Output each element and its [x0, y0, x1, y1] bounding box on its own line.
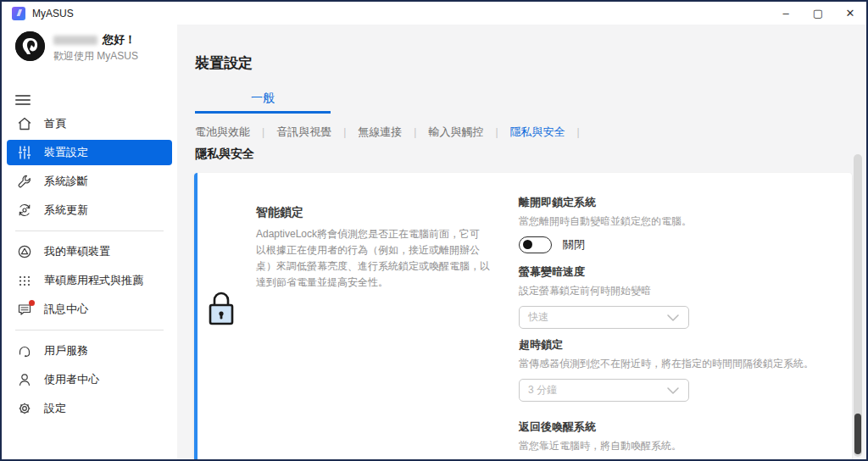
- subtab-separator: |: [262, 126, 264, 138]
- sidebar-item-asus-apps[interactable]: 華碩應用程式與推薦: [7, 268, 172, 293]
- dim-speed-select[interactable]: 快速: [519, 306, 689, 329]
- tab-general[interactable]: 一般: [195, 91, 331, 114]
- setting-title-timeout-lock: 超時鎖定: [519, 337, 832, 353]
- headset-icon: [16, 343, 32, 359]
- sidebar-item-label: 我的華碩裝置: [44, 244, 110, 259]
- close-button[interactable]: ✕: [834, 2, 866, 25]
- scrollbar-thumb[interactable]: [854, 414, 861, 454]
- home-icon: [16, 116, 32, 132]
- card-accent-bar: [194, 173, 198, 459]
- sidebar-divider: [15, 230, 164, 231]
- setting-desc-wake-on-return: 當您靠近電腦時，將自動喚醒系統。: [519, 439, 832, 453]
- sliders-icon: [16, 145, 32, 161]
- setting-title-dim-speed: 螢幕變暗速度: [519, 264, 832, 280]
- subtab-separator: |: [495, 126, 498, 138]
- setting-title-wake-on-return: 返回後喚醒系統: [519, 419, 832, 435]
- setting-desc-lock-on-leave: 當您離開時自動變暗並鎖定您的電腦。: [519, 214, 832, 229]
- sidebar-item-label: 設定: [44, 401, 66, 416]
- sidebar-item-label: 系統更新: [44, 203, 88, 218]
- app-title: MyASUS: [32, 8, 74, 19]
- lock-on-leave-toggle[interactable]: [519, 236, 552, 253]
- sidebar-item-home[interactable]: 首頁: [7, 111, 172, 136]
- sidebar-item-customer-service[interactable]: 用戶服務: [7, 338, 172, 364]
- sidebar-item-settings[interactable]: 設定: [7, 396, 172, 421]
- asus-device-icon: [16, 244, 32, 260]
- feature-title: 智能鎖定: [256, 205, 303, 220]
- user-profile[interactable]: 您好！ 歡迎使用 MyASUS: [15, 31, 138, 64]
- chevron-down-icon: [666, 383, 680, 398]
- timeout-lock-select[interactable]: 3 分鐘: [519, 379, 689, 402]
- subtab-battery-performance[interactable]: 電池與效能: [195, 125, 250, 140]
- subtab-input-touch[interactable]: 輸入與觸控: [428, 125, 483, 140]
- title-bar: // MyASUS – ▢ ✕: [2, 2, 866, 25]
- sidebar-nav: 首頁 裝置設定 系統診斷: [7, 111, 172, 425]
- settings-column: 離開即鎖定系統 當您離開時自動變暗並鎖定您的電腦。 關閉 螢幕變暗速度 設定螢幕…: [519, 195, 832, 459]
- lock-icon: [207, 292, 236, 332]
- toggle-state-label: 關閉: [563, 237, 585, 253]
- sidebar-item-label: 用戶服務: [44, 343, 88, 358]
- subtab-separator: |: [414, 126, 416, 138]
- sidebar-item-label: 使用者中心: [44, 372, 99, 387]
- sidebar-item-system-diagnosis[interactable]: 系統診斷: [7, 169, 172, 194]
- dim-speed-value: 快速: [528, 310, 666, 325]
- setting-desc-dim-speed: 設定螢幕鎖定前何時開始變暗: [519, 284, 832, 298]
- user-name-redacted: [53, 36, 97, 45]
- myasus-window: // MyASUS – ▢ ✕ 您好！: [0, 0, 868, 461]
- timeout-lock-value: 3 分鐘: [528, 383, 666, 397]
- wrench-icon: [16, 174, 32, 190]
- subtab-audio-visual[interactable]: 音訊與視覺: [276, 125, 331, 140]
- subtab-separator: |: [343, 126, 346, 138]
- sidebar-item-system-update[interactable]: 系統更新: [7, 197, 172, 223]
- gear-icon: [16, 401, 32, 417]
- greeting-text: 您好！: [103, 32, 136, 47]
- sidebar-item-user-center[interactable]: 使用者中心: [7, 367, 172, 392]
- subtab-bar: 電池與效能 | 音訊與視覺 | 無線連接 | 輸入與觸控 | 隱私與安全 |: [195, 125, 592, 140]
- menu-toggle-icon[interactable]: [15, 92, 31, 108]
- section-title: 隱私與安全: [195, 147, 254, 162]
- sidebar-item-label: 系統診斷: [44, 174, 88, 189]
- minimize-button[interactable]: –: [770, 2, 802, 25]
- page-title: 裝置設定: [195, 53, 253, 73]
- welcome-text: 歡迎使用 MyASUS: [53, 49, 138, 64]
- maximize-button[interactable]: ▢: [802, 2, 834, 25]
- system-update-icon: [16, 203, 32, 219]
- chevron-down-icon: [666, 310, 680, 325]
- subtab-wireless[interactable]: 無線連接: [358, 125, 402, 140]
- sidebar-item-device-settings[interactable]: 裝置設定: [7, 140, 172, 165]
- sidebar-item-label: 裝置設定: [44, 145, 88, 160]
- message-icon: [16, 302, 32, 318]
- sidebar-divider: [15, 330, 164, 330]
- user-icon: [16, 372, 32, 388]
- sidebar-item-label: 華碩應用程式與推薦: [44, 273, 143, 288]
- subtab-separator: |: [577, 126, 580, 138]
- sidebar-item-label: 首頁: [44, 116, 66, 131]
- setting-title-lock-on-leave: 離開即鎖定系統: [519, 195, 832, 210]
- avatar: [15, 31, 45, 61]
- notification-badge: [29, 300, 35, 306]
- scrollbar-track[interactable]: [854, 154, 862, 457]
- setting-desc-timeout-lock: 當傳感器偵測到您不在附近時，將在指定的時間間隔後鎖定系統。: [519, 357, 832, 371]
- sidebar-item-my-asus-devices[interactable]: 我的華碩裝置: [7, 239, 172, 264]
- sidebar: 您好！ 歡迎使用 MyASUS 首頁: [2, 25, 177, 459]
- myasus-logo-icon: //: [12, 7, 25, 20]
- adaptive-lock-card: 智能鎖定 AdaptiveLock將會偵測您是否正在電腦前面，它可以根據正在使用…: [194, 173, 852, 459]
- feature-description: AdaptiveLock將會偵測您是否正在電腦前面，它可以根據正在使用者的行為（…: [256, 226, 490, 291]
- sidebar-item-message-center[interactable]: 訊息中心: [7, 297, 172, 322]
- main-content: 裝置設定 一般 電池與效能 | 音訊與視覺 | 無線連接 | 輸入與觸控 | 隱…: [177, 25, 866, 459]
- subtab-privacy-security[interactable]: 隱私與安全: [510, 125, 565, 140]
- sidebar-item-label: 訊息中心: [44, 302, 88, 317]
- apps-grid-icon: [16, 273, 32, 289]
